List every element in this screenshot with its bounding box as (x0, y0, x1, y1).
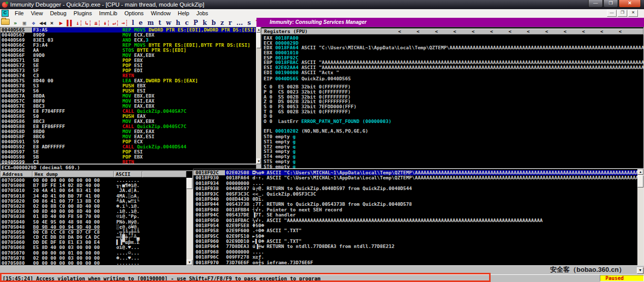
register-row[interactable]: ECX 0000029D (262, 41, 643, 46)
stack-row[interactable]: 0018F96C009FF278x≥ƒ. (194, 255, 637, 260)
toolbar-restart-icon[interactable]: » (12, 19, 19, 27)
menu-file[interactable]: File (11, 10, 27, 17)
stack-row[interactable]: 0018F97073D76E6Fon╫sieframe.73D76E6F (194, 260, 637, 265)
stack-row[interactable]: 0018F9440054373B;7T.RETURN to QuickZip.0… (194, 202, 637, 207)
toolbar-letter-l[interactable]: l (132, 19, 135, 26)
stack-row[interactable]: 0018F93C005F3C3C<<_.QuickZip.005F3C3C (194, 192, 637, 197)
stack-row[interactable]: 0018F94C005437DE▐7T.SE handler (194, 212, 637, 217)
toolbar-letter-c[interactable]: c (185, 19, 188, 26)
register-row[interactable]: EAX 0018FA00 (262, 36, 643, 41)
register-row[interactable]: ESP 0018F92C (262, 55, 643, 60)
register-row[interactable]: EBX 00001010 (262, 50, 643, 55)
toolbar-letter-t[interactable]: t (158, 19, 162, 26)
stack-row[interactable]: 0018F96477D8DEA3ú▐╪wRETURN to ntdll.77D8… (194, 244, 637, 249)
dump-row[interactable]: 0070508000 00 00 00 00 00 00 00........ (1, 261, 186, 266)
stack-scrollbar[interactable]: ▲ (637, 169, 643, 265)
toolbar-close-program-icon[interactable]: ▣ (21, 19, 28, 27)
stack-row[interactable]: 0018F95402E9F5E8Φ§Θ☻ (194, 223, 637, 228)
toolbar-go-to-icon[interactable]: →┆ (121, 19, 128, 27)
toolbar-pause-icon[interactable]: ▌▌ (67, 19, 74, 27)
minimize-button[interactable]: — (588, 0, 603, 8)
toolbar-letter-h[interactable]: h (176, 19, 180, 26)
stack-row[interactable]: 0018F95802E9F600.÷Θ☻ASCII ".TXT" (194, 228, 637, 233)
scroll-down-button[interactable]: ▼ (256, 159, 261, 164)
scroll-down-button[interactable]: ▼ (186, 260, 192, 265)
register-row[interactable]: T 0 GS 002B 32bit 0(FFFFFFFF) (262, 109, 643, 114)
register-row[interactable]: ST3 empty g (262, 149, 643, 154)
register-row[interactable]: C 0 ES 002B 32bit 0(FFFFFFFF) (262, 84, 643, 89)
toolbar-trace-over-icon[interactable]: ↡╎ (103, 19, 110, 27)
register-row[interactable]: ST6 empty g (262, 164, 643, 169)
register-row[interactable]: EDI 00190000 ASCII "Actx " (262, 70, 643, 75)
dump-row[interactable]: 0070503801 8D 40 00 F8 50 70 00☺ì@.°Pp. (1, 214, 186, 219)
register-row[interactable]: P 0 CS 0023 32bit 0(FFFFFFFF) (262, 89, 643, 95)
mdi-minimize-button[interactable]: — (607, 10, 617, 17)
scroll-up-button[interactable]: ▲ (256, 27, 261, 33)
stack-row[interactable]: 0018F92C02E02508◘%α☻ASCII "C:\Users\MICH… (194, 170, 637, 175)
toolbar-trace-into-icon[interactable]: ⇊╎ (94, 19, 101, 27)
register-row[interactable]: EIP 0040D565 QuickZip.0040D565 (262, 76, 643, 81)
toolbar-letter-dots[interactable]: ... (237, 19, 243, 26)
menu-plugins[interactable]: Plugins (70, 10, 95, 17)
disasm-scrollbar[interactable]: ▲ ▼ (256, 27, 261, 164)
cpu-window-icon[interactable]: C (2, 10, 9, 17)
stack-row[interactable]: 0018F9380040D597ù╒@.RETURN to QuickZip.0… (194, 186, 637, 191)
toolbar-open-file-icon[interactable] (1, 19, 10, 25)
toolbar-run-icon[interactable]: ▶ (57, 19, 65, 27)
stack-row[interactable]: 0018F9480018FBB4┤√↑.Pointer to next SEH … (194, 207, 637, 212)
menu-immlib[interactable]: ImmLib (95, 10, 121, 17)
menu-help[interactable]: Help (174, 10, 193, 17)
menu-jobs[interactable]: Jobs (193, 10, 212, 17)
toolbar-windows-icon[interactable]: ❖ (30, 19, 37, 27)
toolbar-letter-s[interactable]: s (247, 19, 251, 26)
toolbar-rewind-icon[interactable]: ◀◀ (39, 19, 46, 27)
toolbar-step-into-icon[interactable]: ↓╎ (76, 19, 83, 27)
register-row[interactable]: ST2 empty g (262, 144, 643, 149)
scrollbar-thumb[interactable] (186, 178, 192, 189)
stack-row[interactable]: 0018F940008D44300Dì. (194, 197, 637, 202)
menu-debug[interactable]: Debug (46, 10, 70, 17)
toolbar-letter-b[interactable]: b (211, 19, 215, 26)
stack-row[interactable]: 0018F95C02E9F510►§Θ☻ (194, 234, 637, 239)
register-row[interactable]: Z 0 DS 002B 32bit 0(FFFFFFFF) (262, 99, 643, 104)
toolbar-letter-e[interactable]: e (139, 19, 143, 26)
scroll-down-button[interactable]: ▼ (637, 267, 643, 274)
register-row[interactable]: O 0 LastErr ERROR_PATH_NOT_FOUND (000000… (262, 119, 643, 124)
register-row[interactable]: EBP 0018FBAC ASCII "AAAAAAAAAAAAAAAAAAAA… (262, 60, 643, 65)
dump-scrollbar[interactable]: ▼ (186, 178, 192, 265)
disasm-row[interactable]: 0040D599C3RETN (1, 160, 256, 164)
mdi-restore-button[interactable]: ❐ (618, 10, 627, 17)
stack-row[interactable]: 0018F93400000000.... (194, 181, 637, 186)
register-row[interactable]: ESI 02E02AA4 ASCII "AAAAAAAAAAAAAAAAAAAA… (262, 65, 643, 70)
stack-row[interactable]: 0018F9500018FBAC¼√↑.ASCII "AAAAAAAAAAAAA… (194, 218, 637, 223)
toolbar-step-over-icon[interactable]: ↳╎ (85, 19, 92, 27)
stack-row[interactable]: 0018F96800000000.... (194, 249, 637, 255)
scrollbar-thumb[interactable] (637, 175, 643, 187)
register-row[interactable]: ST0 empty g (262, 134, 643, 139)
toolbar-letter-r[interactable]: r (229, 19, 232, 26)
mdi-close-button[interactable]: ✕ (628, 10, 638, 17)
close-button[interactable]: ✕ (619, 0, 641, 8)
menu-window[interactable]: Window (147, 10, 174, 17)
stack-row[interactable]: 0018F9300018FA64d·↑.ASCII "C:\Users\MICH… (194, 175, 637, 180)
menu-view[interactable]: View (27, 10, 47, 17)
register-row[interactable]: ST1 empty g (262, 139, 643, 144)
toolbar-letter-w[interactable]: w (166, 19, 171, 26)
register-row[interactable]: A 0 SS 002B 32bit 0(FFFFFFFF) (262, 95, 643, 100)
menu-options[interactable]: Options (121, 10, 147, 17)
stack-row[interactable]: 0018F96002E9DD10►▌Θ☻ASCII ".TXT" (194, 239, 637, 244)
register-row[interactable]: ST5 empty g (262, 159, 643, 164)
toolbar-letter-m[interactable]: m (147, 19, 154, 26)
maximize-button[interactable]: ❐ (603, 0, 618, 8)
toolbar-stop-icon[interactable]: × (48, 19, 55, 27)
scroll-up-button[interactable]: ▲ (637, 169, 643, 175)
register-row[interactable]: D 0 (262, 114, 643, 119)
toolbar-letter-k[interactable]: k (203, 19, 207, 26)
toolbar-until-return-icon[interactable]: ↵╎ (112, 19, 119, 27)
register-row[interactable]: EDX 0018FA64 ASCII "C:\Users\MICHAL~1\Ap… (262, 45, 643, 50)
register-row[interactable]: ST4 empty g (262, 154, 643, 159)
toolbar-letter-P[interactable]: P (194, 19, 198, 26)
toolbar-letter-z[interactable]: z (220, 19, 224, 26)
scrollbar-thumb[interactable] (256, 33, 261, 48)
register-row[interactable]: EFL 00010202 (NO,NB,NE,A,NS,PO,GE,G) (262, 129, 643, 134)
